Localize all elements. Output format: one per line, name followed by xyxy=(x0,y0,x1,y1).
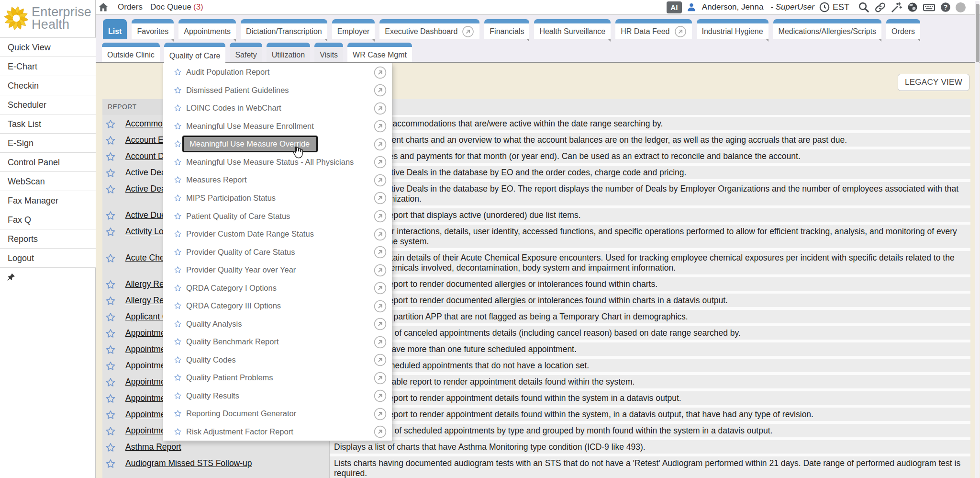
favorite-star-icon[interactable] xyxy=(105,360,116,372)
open-report-icon[interactable] xyxy=(374,174,387,189)
favorite-star-icon[interactable] xyxy=(105,118,116,130)
star-icon[interactable] xyxy=(174,176,182,184)
star-icon[interactable] xyxy=(174,104,182,112)
sidebar-item-webscan[interactable]: WebScan xyxy=(0,172,96,191)
favorite-star-icon[interactable] xyxy=(105,295,116,307)
sidebar-item-quick-view[interactable]: Quick View xyxy=(0,38,96,57)
report-link[interactable]: Asthma Report xyxy=(125,442,181,452)
menu-item-meaningful-use-measure-status-all-physicians[interactable]: Meaningful Use Measure Status - All Phys… xyxy=(163,153,392,171)
keyboard-icon[interactable] xyxy=(923,1,935,14)
open-report-icon[interactable] xyxy=(374,192,387,206)
tab-visits[interactable]: Visits xyxy=(314,43,343,63)
favorite-star-icon[interactable] xyxy=(105,458,116,470)
sidebar-pin-row[interactable] xyxy=(0,268,96,287)
sidebar-item-task-list[interactable]: Task List xyxy=(0,114,96,134)
menu-item-provider-custom-date-range-status[interactable]: Provider Custom Date Range Status xyxy=(163,225,392,243)
open-report-icon[interactable] xyxy=(374,336,387,351)
open-report-icon[interactable] xyxy=(374,318,387,332)
tab-safety[interactable]: Safety xyxy=(230,43,262,63)
favorite-star-icon[interactable] xyxy=(105,183,116,195)
tab-medications-allergies-scripts[interactable]: Medications/Allergies/Scripts xyxy=(773,19,882,39)
favorite-star-icon[interactable] xyxy=(105,252,116,264)
sidebar-item-fax-q[interactable]: Fax Q xyxy=(0,210,96,229)
open-report-icon[interactable] xyxy=(374,389,387,404)
menu-item-measures-report[interactable]: Measures Report xyxy=(163,171,392,189)
open-report-icon[interactable] xyxy=(374,138,387,153)
favorite-star-icon[interactable] xyxy=(105,311,116,323)
scrollbar-thumb[interactable] xyxy=(976,4,980,62)
tab-hr-data-feed[interactable]: HR Data Feed xyxy=(615,19,691,39)
globe-icon[interactable] xyxy=(907,1,918,13)
menu-item-quality-patient-problems[interactable]: Quality Patient Problems xyxy=(163,369,392,387)
sidebar-item-e-chart[interactable]: E-Chart xyxy=(0,57,96,76)
tab-orders[interactable]: Orders xyxy=(886,19,920,39)
star-icon[interactable] xyxy=(174,410,182,418)
menu-item-quality-analysis[interactable]: Quality Analysis xyxy=(163,315,392,333)
star-icon[interactable] xyxy=(174,302,182,310)
star-icon[interactable] xyxy=(174,392,182,400)
tab-wr-case-mgmt[interactable]: WR Case Mgmt xyxy=(347,43,412,63)
breadcrumb-orders[interactable]: Orders xyxy=(118,2,143,12)
favorite-star-icon[interactable] xyxy=(105,344,116,356)
menu-item-quality-codes[interactable]: Quality Codes xyxy=(163,351,392,369)
favorite-star-icon[interactable] xyxy=(105,226,116,238)
help-icon[interactable]: ? xyxy=(940,1,951,13)
favorite-star-icon[interactable] xyxy=(105,376,116,388)
scrollbar[interactable] xyxy=(975,1,980,478)
favorite-star-icon[interactable] xyxy=(105,393,116,405)
menu-item-quality-benchmark-report[interactable]: Quality Benchmark Report xyxy=(163,333,392,351)
open-report-icon[interactable] xyxy=(374,282,387,296)
star-icon[interactable] xyxy=(174,338,182,346)
tab-outside-clinic[interactable]: Outside Clinic xyxy=(102,43,160,63)
tab-appointments[interactable]: Appointments xyxy=(178,19,236,39)
report-link[interactable]: Activity Log xyxy=(125,226,168,237)
menu-item-loinc-codes-in-webchart[interactable]: LOINC Codes in WebChart xyxy=(163,99,392,117)
sidebar-item-checkin[interactable]: Checkin xyxy=(0,76,96,95)
sidebar-item-reports[interactable]: Reports xyxy=(0,229,96,249)
star-icon[interactable] xyxy=(174,284,182,292)
wand-icon[interactable] xyxy=(891,1,902,13)
sidebar-item-logout[interactable]: Logout xyxy=(0,249,96,268)
menu-item-dismissed-patient-guidelines[interactable]: Dismissed Patient Guidelines xyxy=(163,81,392,100)
star-icon[interactable] xyxy=(174,212,182,220)
presence-icon[interactable] xyxy=(956,2,966,12)
star-icon[interactable] xyxy=(174,248,182,256)
enterprise-health-logo[interactable]: Enterprise Health xyxy=(4,5,95,34)
favorite-star-icon[interactable] xyxy=(105,151,116,163)
open-report-icon[interactable] xyxy=(374,156,387,171)
star-icon[interactable] xyxy=(174,68,182,76)
menu-item-quality-results[interactable]: Quality Results xyxy=(163,387,392,405)
open-report-icon[interactable] xyxy=(374,66,387,81)
clock-icon[interactable] xyxy=(819,1,830,13)
open-report-icon[interactable] xyxy=(374,84,387,99)
favorite-star-icon[interactable] xyxy=(105,167,116,179)
sidebar-item-e-sign[interactable]: E-Sign xyxy=(0,134,96,153)
open-report-icon[interactable] xyxy=(374,210,387,225)
star-icon[interactable] xyxy=(174,356,182,364)
sidebar-item-fax-manager[interactable]: Fax Manager xyxy=(0,191,96,210)
tab-list[interactable]: List xyxy=(103,19,127,39)
favorite-star-icon[interactable] xyxy=(105,442,116,454)
menu-item-mips-participation-status[interactable]: MIPS Participation Status xyxy=(163,189,392,207)
tab-quality-of-care[interactable]: Quality of Care xyxy=(164,43,226,65)
star-icon[interactable] xyxy=(174,374,182,382)
star-icon[interactable] xyxy=(174,266,182,274)
launch-icon[interactable] xyxy=(674,25,687,38)
link-icon[interactable] xyxy=(874,1,886,13)
open-report-icon[interactable] xyxy=(374,425,387,440)
ai-badge[interactable]: AI xyxy=(667,1,682,13)
favorite-star-icon[interactable] xyxy=(105,425,116,437)
star-icon[interactable] xyxy=(174,140,182,148)
tab-executive-dashboard[interactable]: Executive Dashboard xyxy=(379,19,479,39)
menu-item-qrda-category-iii-options[interactable]: QRDA Category III Options xyxy=(163,297,392,315)
menu-item-audit-population-report[interactable]: Audit Population Report xyxy=(163,63,392,81)
star-icon[interactable] xyxy=(174,122,182,130)
menu-item-patient-quality-of-care-status[interactable]: Patient Quality of Care Status xyxy=(163,207,392,225)
user-name[interactable]: Anderson, Jenna xyxy=(702,2,764,12)
favorite-star-icon[interactable] xyxy=(105,135,116,147)
star-icon[interactable] xyxy=(174,158,182,166)
open-report-icon[interactable] xyxy=(374,372,387,387)
tab-utilization[interactable]: Utilization xyxy=(267,43,310,63)
launch-icon[interactable] xyxy=(462,25,474,38)
tab-favorites[interactable]: Favorites xyxy=(132,19,174,39)
